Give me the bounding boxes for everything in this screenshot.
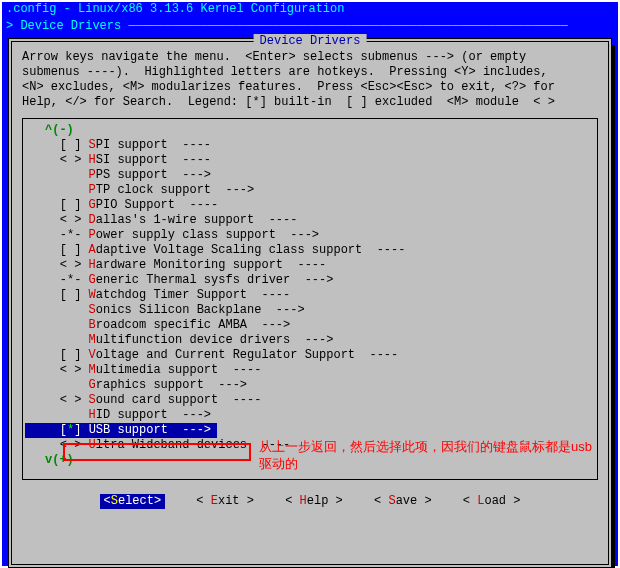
exit-button[interactable]: < Exit > (196, 494, 254, 509)
select-button[interactable]: <Select> (100, 494, 166, 509)
menu-item[interactable]: [ ] GPIO Support ---- (25, 198, 595, 213)
menu-item[interactable]: HID support ---> (25, 408, 595, 423)
help-text: Arrow keys navigate the menu. <Enter> se… (12, 42, 608, 114)
menu-item[interactable]: < > Dallas's 1-wire support ---- (25, 213, 595, 228)
annotation-text: 从上一步返回，然后选择此项，因我们的键盘鼠标都是usb驱动的 (259, 439, 598, 473)
menu-item[interactable]: < > Sound card support ---- (25, 393, 595, 408)
menu-item[interactable]: Graphics support ---> (25, 378, 595, 393)
menu-item[interactable]: Sonics Silicon Backplane ---> (25, 303, 595, 318)
panel-title: Device Drivers (254, 34, 367, 49)
load-button[interactable]: < Load > (463, 494, 521, 509)
menu-item[interactable]: -*- Generic Thermal sysfs driver ---> (25, 273, 595, 288)
menu-item[interactable]: Multifunction device drivers ---> (25, 333, 595, 348)
help-button[interactable]: < Help > (285, 494, 343, 509)
button-bar: <Select> < Exit > < Help > < Save > < Lo… (12, 488, 608, 513)
menu-item[interactable]: PPS support ---> (25, 168, 595, 183)
menu-item[interactable]: [ ] Adaptive Voltage Scaling class suppo… (25, 243, 595, 258)
menu-item[interactable]: [ ] Voltage and Current Regulator Suppor… (25, 348, 595, 363)
scroll-up-indicator: ^(-) (25, 123, 595, 138)
save-button[interactable]: < Save > (374, 494, 432, 509)
menu-item[interactable]: < > HSI support ---- (25, 153, 595, 168)
menu-item[interactable]: Broadcom specific AMBA ---> (25, 318, 595, 333)
menu-item[interactable]: [ ] SPI support ---- (25, 138, 595, 153)
menu-item[interactable]: [ ] Watchdog Timer Support ---- (25, 288, 595, 303)
menu-list[interactable]: ^(-) [ ] SPI support ---- < > HSI suppor… (22, 118, 598, 480)
menu-item[interactable]: -*- Power supply class support ---> (25, 228, 595, 243)
menu-item[interactable]: < > Hardware Monitoring support ---- (25, 258, 595, 273)
window-title: .config - Linux/x86 3.13.6 Kernel Config… (0, 0, 620, 19)
dialog-panel: Device Drivers Arrow keys navigate the m… (8, 38, 612, 568)
menu-item[interactable]: PTP clock support ---> (25, 183, 595, 198)
menu-item[interactable]: [*] USB support ---> (25, 423, 217, 438)
menu-item[interactable]: < > Multimedia support ---- (25, 363, 595, 378)
